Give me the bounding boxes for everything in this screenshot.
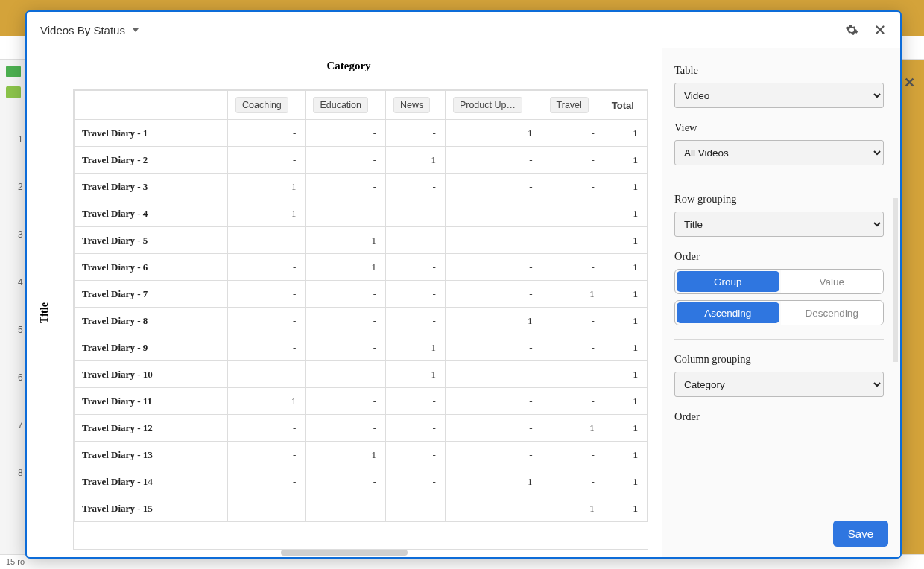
cell: - bbox=[445, 442, 542, 468]
cell: 1 bbox=[306, 254, 386, 281]
row-label: Travel Diary - 15 bbox=[75, 495, 228, 522]
column-header[interactable]: Total bbox=[604, 91, 647, 120]
table-row[interactable]: Travel Diary - 15----11 bbox=[75, 495, 648, 522]
cell: 1 bbox=[228, 200, 306, 227]
order2-label: Order bbox=[674, 410, 884, 423]
cell: - bbox=[386, 388, 446, 415]
cell: 1 bbox=[445, 308, 542, 334]
cell: - bbox=[445, 361, 542, 388]
cell: - bbox=[445, 281, 542, 308]
vertical-scrollbar[interactable] bbox=[893, 55, 899, 505]
cell: - bbox=[228, 334, 306, 361]
column-grouping-label: Column grouping bbox=[674, 353, 884, 366]
view-select[interactable]: All Videos bbox=[674, 140, 884, 165]
table-row[interactable]: Travel Diary - 31----1 bbox=[75, 174, 648, 200]
table-row[interactable]: Travel Diary - 41----1 bbox=[75, 200, 648, 227]
table-row[interactable]: Travel Diary - 6-1---1 bbox=[75, 254, 648, 281]
cell: - bbox=[306, 308, 386, 334]
cell: - bbox=[542, 120, 604, 147]
cell: - bbox=[386, 227, 446, 254]
order-by-segment: Group Value bbox=[674, 269, 884, 294]
cell: - bbox=[306, 388, 386, 415]
chevron-down-icon[interactable] bbox=[133, 28, 139, 32]
cell: - bbox=[386, 442, 446, 468]
order-desc-button[interactable]: Descending bbox=[781, 301, 884, 325]
cell: - bbox=[386, 120, 446, 147]
cell: - bbox=[445, 254, 542, 281]
panel-close-icon[interactable]: ✕ bbox=[904, 74, 915, 91]
table-row[interactable]: Travel Diary - 12----11 bbox=[75, 415, 648, 442]
table-row[interactable]: Travel Diary - 7----11 bbox=[75, 281, 648, 308]
save-button[interactable]: Save bbox=[833, 521, 888, 547]
cell: 1 bbox=[604, 468, 647, 495]
table-row[interactable]: Travel Diary - 111----1 bbox=[75, 388, 648, 415]
table-row[interactable]: Travel Diary - 8---1-1 bbox=[75, 308, 648, 334]
cell: - bbox=[542, 442, 604, 468]
row-label: Travel Diary - 6 bbox=[75, 254, 228, 281]
cell: - bbox=[445, 415, 542, 442]
cell: 1 bbox=[604, 361, 647, 388]
table-row[interactable]: Travel Diary - 10--1--1 bbox=[75, 361, 648, 388]
table-row[interactable]: Travel Diary - 5-1---1 bbox=[75, 227, 648, 254]
cell: - bbox=[542, 361, 604, 388]
modal-title[interactable]: Videos By Status bbox=[40, 24, 125, 36]
cell: 1 bbox=[604, 334, 647, 361]
cell: - bbox=[542, 308, 604, 334]
cell: - bbox=[228, 308, 306, 334]
row-label: Travel Diary - 3 bbox=[75, 174, 228, 200]
row-label: Travel Diary - 7 bbox=[75, 281, 228, 308]
table-row[interactable]: Travel Diary - 13-1---1 bbox=[75, 442, 648, 468]
cell: 1 bbox=[228, 174, 306, 200]
column-header[interactable]: News bbox=[386, 91, 446, 120]
row-label: Travel Diary - 10 bbox=[75, 361, 228, 388]
cell: 1 bbox=[386, 147, 446, 174]
column-header[interactable]: Coaching bbox=[228, 91, 306, 120]
column-header[interactable]: Travel bbox=[542, 91, 604, 120]
cell: - bbox=[228, 495, 306, 522]
pivot-table-wrap[interactable]: CoachingEducationNewsProduct Up…TravelTo… bbox=[73, 89, 648, 550]
cell: 1 bbox=[445, 468, 542, 495]
row-label: Travel Diary - 5 bbox=[75, 227, 228, 254]
cell: - bbox=[542, 200, 604, 227]
row-numbers: 12345678 bbox=[18, 134, 23, 515]
cell: 1 bbox=[604, 174, 647, 200]
cell: - bbox=[445, 200, 542, 227]
row-grouping-label: Row grouping bbox=[674, 193, 884, 206]
cell: - bbox=[228, 442, 306, 468]
table-row[interactable]: Travel Diary - 14---1-1 bbox=[75, 468, 648, 495]
horizontal-scrollbar[interactable] bbox=[281, 550, 408, 556]
column-header[interactable]: Product Up… bbox=[445, 91, 542, 120]
cell: - bbox=[306, 200, 386, 227]
cell: 1 bbox=[306, 442, 386, 468]
column-header[interactable]: Education bbox=[306, 91, 386, 120]
cell: 1 bbox=[386, 361, 446, 388]
cell: - bbox=[445, 495, 542, 522]
row-grouping-select[interactable]: Title bbox=[674, 212, 884, 237]
cell: - bbox=[386, 254, 446, 281]
cell: 1 bbox=[604, 120, 647, 147]
cell: 1 bbox=[228, 388, 306, 415]
cell: - bbox=[306, 174, 386, 200]
cell: - bbox=[386, 468, 446, 495]
column-axis-label: Category bbox=[49, 60, 648, 72]
column-grouping-select[interactable]: Category bbox=[674, 372, 884, 397]
row-label: Travel Diary - 13 bbox=[75, 442, 228, 468]
row-header-blank bbox=[75, 91, 228, 120]
table-row[interactable]: Travel Diary - 2--1--1 bbox=[75, 147, 648, 174]
order-group-button[interactable]: Group bbox=[677, 271, 779, 292]
order-asc-button[interactable]: Ascending bbox=[677, 302, 779, 323]
table-row[interactable]: Travel Diary - 9--1--1 bbox=[75, 334, 648, 361]
pivot-table: CoachingEducationNewsProduct Up…TravelTo… bbox=[74, 90, 648, 522]
cell: 1 bbox=[604, 254, 647, 281]
close-icon[interactable] bbox=[873, 23, 887, 36]
row-count: 15 ro bbox=[6, 557, 25, 566]
table-row[interactable]: Travel Diary - 1---1-1 bbox=[75, 120, 648, 147]
order-value-button[interactable]: Value bbox=[781, 270, 884, 293]
gear-icon[interactable] bbox=[845, 23, 858, 36]
cell: 1 bbox=[542, 281, 604, 308]
cell: - bbox=[542, 174, 604, 200]
cell: - bbox=[542, 334, 604, 361]
table-select[interactable]: Video bbox=[674, 83, 884, 108]
cell: - bbox=[542, 147, 604, 174]
cell: 1 bbox=[604, 442, 647, 468]
